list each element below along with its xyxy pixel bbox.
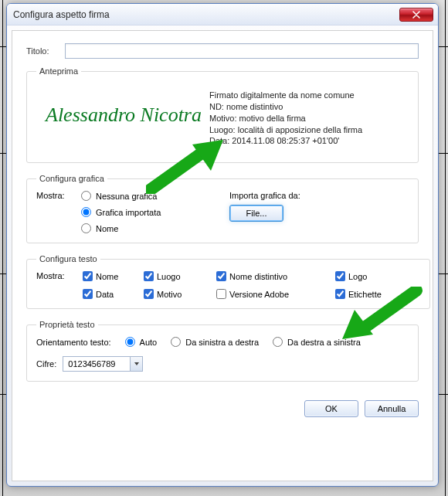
titlebar: Configura aspetto firma: [7, 4, 438, 25]
preview-line-3: Motivo: motivo della firma: [209, 113, 402, 124]
chk-etichette[interactable]: [335, 289, 345, 299]
window-title: Configura aspetto firma: [12, 9, 399, 20]
radio-name-graphic[interactable]: [81, 223, 91, 233]
dialog-buttons: OK Annulla: [26, 392, 419, 417]
chk-luogo-label: Luogo: [157, 272, 181, 281]
preview-box: Alessandro Nicotra Firmato digitalmente …: [36, 83, 409, 153]
dialog-window: Configura aspetto firma Titolo: Anteprim…: [6, 3, 439, 487]
preview-line-4: Luogo: località di apposizione della fir…: [209, 124, 402, 136]
chk-nome-label: Nome: [96, 272, 118, 281]
text-legend: Configura testo: [36, 254, 100, 263]
radio-ltr-label: Da sinistra a destra: [185, 338, 259, 347]
signature-script: Alessandro Nicotra: [42, 90, 202, 127]
radio-no-graphic[interactable]: [81, 191, 91, 201]
digits-value: 0123456789: [63, 359, 130, 369]
chk-logo-label: Logo: [348, 272, 367, 281]
close-icon: [412, 11, 420, 19]
chk-etichette-label: Etichette: [348, 290, 382, 299]
title-row: Titolo:: [26, 43, 419, 59]
chk-nome-distintivo[interactable]: [216, 271, 226, 281]
chk-data-label: Data: [96, 290, 114, 299]
cancel-button[interactable]: Annulla: [365, 400, 419, 417]
file-button[interactable]: File...: [229, 205, 283, 222]
chk-data[interactable]: [83, 289, 93, 299]
radio-imported-graphic[interactable]: [81, 207, 91, 217]
graphic-show-label: Mostra:: [36, 191, 75, 233]
chk-nome[interactable]: [83, 271, 93, 281]
chk-versione-adobe[interactable]: [216, 289, 226, 299]
digits-combo[interactable]: 0123456789: [63, 356, 143, 372]
chk-logo[interactable]: [335, 271, 345, 281]
graphic-legend: Configura grafica: [36, 174, 107, 183]
radio-no-graphic-label: Nessuna grafica: [96, 192, 158, 201]
radio-name-graphic-label: Nome: [96, 224, 118, 233]
chevron-down-icon: [134, 361, 140, 367]
preview-line-5: Data: 2014.11.08 08:25:37 +01'00': [209, 135, 402, 147]
text-show-label: Mostra:: [36, 271, 75, 299]
chk-versione-adobe-label: Versione Adobe: [229, 290, 289, 299]
chk-motivo[interactable]: [144, 289, 154, 299]
graphic-fieldset: Configura grafica Mostra: Nessuna grafic…: [26, 174, 419, 243]
title-input[interactable]: [65, 43, 419, 59]
import-label: Importa grafica da:: [229, 191, 409, 200]
radio-imported-graphic-label: Grafica importata: [96, 208, 161, 217]
text-fieldset: Configura testo Mostra: Nome Luogo Nome …: [26, 254, 430, 309]
text-props-legend: Proprietà testo: [36, 320, 98, 329]
preview-legend: Anteprima: [36, 66, 81, 76]
text-props-fieldset: Proprietà testo Orientamento testo: Auto…: [26, 320, 419, 382]
radio-auto-label: Auto: [140, 338, 158, 347]
close-button[interactable]: [399, 8, 433, 22]
chk-nome-distintivo-label: Nome distintivo: [229, 272, 287, 281]
preview-text: Firmato digitalmente da nome comune ND: …: [209, 90, 402, 147]
chk-motivo-label: Motivo: [157, 290, 182, 299]
combo-dropdown-button[interactable]: [130, 357, 142, 371]
ok-button[interactable]: OK: [304, 400, 358, 417]
digits-label: Cifre:: [36, 359, 56, 369]
preview-fieldset: Anteprima Alessandro Nicotra Firmato dig…: [26, 66, 419, 163]
title-label: Titolo:: [26, 46, 65, 56]
chk-luogo[interactable]: [144, 271, 154, 281]
dialog-client: Titolo: Anteprima Alessandro Nicotra Fir…: [12, 30, 433, 481]
radio-rtl[interactable]: [273, 337, 283, 347]
preview-line-2: ND: nome distintivo: [209, 101, 402, 113]
radio-rtl-label: Da destra a sinistra: [287, 338, 361, 347]
orient-label: Orientamento testo:: [36, 338, 111, 347]
preview-line-1: Firmato digitalmente da nome comune: [209, 90, 402, 101]
radio-ltr[interactable]: [171, 337, 181, 347]
radio-auto[interactable]: [125, 337, 135, 347]
